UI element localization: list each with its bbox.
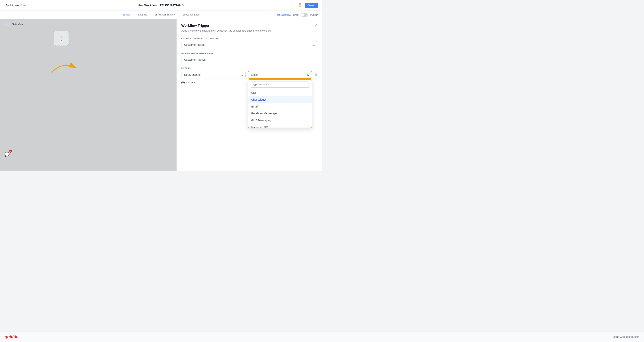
stats-view-switch[interactable] <box>3 22 10 26</box>
option-facebook-messenger[interactable]: Facebook Messenger <box>248 110 312 117</box>
trigger-name-input[interactable] <box>181 56 318 63</box>
notification-badge: 13 <box>9 150 12 153</box>
trigger-name-label: WORKFLOW TRIGGER NAME <box>181 52 318 54</box>
select-popup-wrapper: Select ⇅ Call Chat Widget Email Facebook… <box>248 71 312 79</box>
workflow-title-text: New Workflow : 1711552897709 <box>138 4 180 7</box>
draft-label: Draft <box>293 13 298 16</box>
reply-channel-select[interactable]: Reply channel <box>181 71 246 78</box>
edit-icon[interactable]: ✎ <box>182 4 184 7</box>
stats-view-label: Stats View <box>12 23 23 26</box>
filter-row: Reply channel ⌄ Select ⇅ C <box>181 71 318 79</box>
canvas-overlay <box>0 19 176 171</box>
saved-button[interactable]: Saved <box>305 3 318 8</box>
option-call[interactable]: Call <box>248 89 312 96</box>
history-icon[interactable]: ⏳ <box>298 3 302 7</box>
add-filters-icon: + <box>181 81 185 84</box>
trigger-section-label: CHOOSE A WORKFLOW TRIGGER <box>181 37 318 39</box>
search-input-wrapper <box>248 80 312 89</box>
delete-filter-icon[interactable]: 🗑 <box>314 73 318 76</box>
option-instagram-dm[interactable]: Instagram DM <box>248 124 312 128</box>
canvas-node[interactable]: + A <box>54 31 69 46</box>
select-popup-trigger[interactable]: Select ⇅ <box>248 71 312 79</box>
panel-description: Adds a workflow trigger, and on executio… <box>181 29 318 33</box>
tabs-bar: Builder Settings Enrollment History Exec… <box>0 11 322 19</box>
main-content: Stats View + A 💬 13 ✕ Workflow Trigger <box>0 19 322 171</box>
panel-close-button[interactable]: ✕ <box>314 22 319 27</box>
select-trigger-arrow: ⇅ <box>307 73 309 76</box>
trigger-dropdown-wrapper: Customer replied ⌄ <box>181 41 318 48</box>
stats-view-toggle: Stats View <box>3 22 23 26</box>
chat-icon[interactable]: 💬 <box>4 152 10 157</box>
filters-section: Reply channel ⌄ Select ⇅ C <box>181 71 318 84</box>
side-panel: ✕ Workflow Trigger Adds a workflow trigg… <box>176 19 322 171</box>
filters-label: FILTERS <box>181 67 318 69</box>
plus-icon: + <box>60 35 62 39</box>
workflow-title: New Workflow : 1711552897709 ✎ <box>138 4 184 7</box>
top-nav: ‹ Back to Workflows New Workflow : 17115… <box>0 0 322 11</box>
bottom-icon-wrapper: 💬 13 <box>3 151 11 158</box>
back-arrow-icon: ‹ <box>4 4 5 7</box>
canvas-area: Stats View + A 💬 13 <box>0 19 176 171</box>
back-button[interactable]: ‹ Back to Workflows <box>4 4 26 7</box>
add-filters-button[interactable]: + Add filters <box>181 81 197 84</box>
select-placeholder: Select <box>251 73 258 76</box>
reply-channel-wrapper: Reply channel ⌄ <box>181 71 246 78</box>
search-input[interactable] <box>250 81 310 88</box>
tab-settings[interactable]: Settings <box>134 11 151 19</box>
trigger-dropdown[interactable]: Customer replied <box>181 41 318 48</box>
select-popup-dropdown: Call Chat Widget Email Facebook Messenge… <box>248 79 312 128</box>
test-workflow-button[interactable]: Test Workflow <box>276 13 291 16</box>
tab-execution-logs[interactable]: Execution Logs <box>178 11 203 19</box>
option-email[interactable]: Email <box>248 103 312 110</box>
top-right-actions: ⏳ Saved <box>298 3 318 8</box>
dropdown-options: Call Chat Widget Email Facebook Messenge… <box>248 89 312 128</box>
back-label: Back to Workflows <box>6 4 26 7</box>
option-chat-widget[interactable]: Chat Widget <box>248 96 312 103</box>
option-gmb-messaging[interactable]: GMB Messaging <box>248 117 312 124</box>
panel-title: Workflow Trigger <box>181 24 318 28</box>
tab-builder[interactable]: Builder <box>119 11 134 19</box>
tabs-right: Test Workflow Draft Publish <box>276 13 318 17</box>
canvas-node-label: A <box>61 39 62 41</box>
canvas-node-inner: + A <box>60 35 62 41</box>
add-filters-label: Add filters <box>186 81 197 84</box>
draft-publish-toggle[interactable] <box>301 13 308 17</box>
publish-label: Publish <box>310 13 318 16</box>
tab-enrollment-history[interactable]: Enrollment History <box>151 11 178 19</box>
